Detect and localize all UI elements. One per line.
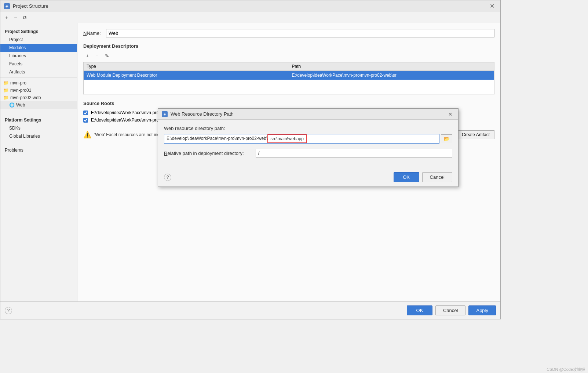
dialog-title-left: ◈ Web Resource Directory Path [162,111,234,117]
name-label: NName: [83,30,102,36]
dialog-cancel-button[interactable]: Cancel [422,172,452,182]
platform-settings-title: Platform Settings [0,116,77,124]
desc-add-button[interactable]: + [83,52,91,60]
add-button[interactable]: + [3,14,10,22]
module-tree: 📁 mvn-pro 📁 mvn-pro01 📁 mvn-pro02-web 🌐 … [0,77,77,110]
web-icon: 🌐 [9,102,15,108]
col-type: Type [84,62,289,71]
dialog-path-row: E:\develop\ideaWorkPace\mvn-pro\mvn-pro0… [164,134,452,144]
cell-type: Web Module Deployment Descriptor [84,71,289,80]
warning-icon: ⚠️ [83,131,91,139]
dialog-title-bar: ◈ Web Resource Directory Path ✕ [158,109,458,120]
apply-button[interactable]: Apply [468,305,496,315]
dialog-relative-row: Relative path in deployment directory: [164,149,452,157]
bottom-bar: ? OK Cancel Apply [0,301,500,319]
copy-button[interactable]: ⧉ [21,13,28,22]
browse-button[interactable]: 📂 [441,134,452,143]
sidebar-item-problems[interactable]: Problems [0,146,77,154]
relative-label: Relative path in deployment directory: [164,151,252,156]
sidebar-item-global-libraries[interactable]: Global Libraries [0,132,77,140]
name-row: NName: [83,29,494,37]
dialog-title: Web Resource Directory Path [171,111,234,117]
dialog-path-input-wrapper: E:\develop\ideaWorkPace\mvn-pro\mvn-pro0… [164,134,439,144]
source-root-checkbox-0[interactable] [83,111,88,115]
close-button[interactable]: ✕ [487,2,497,10]
desc-toolbar: + − ✎ [83,52,494,60]
dialog-footer-right: OK Cancel [394,172,452,182]
dialog-icon: ◈ [162,111,168,117]
create-artifact-button[interactable]: Create Artifact [457,130,494,139]
ok-button[interactable]: OK [407,305,432,315]
folder-icon: 📁 [3,88,9,93]
module-tree-item-mvn-pro02-web[interactable]: 📁 mvn-pro02-web [0,94,77,101]
desc-table: Type Path Web Module Deployment Descript… [83,62,494,95]
watermark: CSDN @Code攻城狮 [547,367,585,372]
folder-icon: 📁 [3,80,9,86]
dialog-body: Web resource directory path: E:\develop\… [158,120,458,169]
dialog: ◈ Web Resource Directory Path ✕ Web reso… [158,108,459,187]
window-title: Project Structure [13,3,48,9]
dialog-close-button[interactable]: ✕ [446,111,454,117]
dialog-help-icon[interactable]: ? [164,174,171,181]
cancel-button[interactable]: Cancel [435,305,465,315]
col-path: Path [289,62,494,71]
bottom-left: ? [5,307,404,314]
sidebar-item-artifacts[interactable]: Artifacts [0,68,77,76]
dialog-ok-button[interactable]: OK [394,172,419,182]
sidebar-item-project[interactable]: Project [0,36,77,44]
relative-path-input[interactable] [256,149,452,157]
module-tree-item-mvn-pro01[interactable]: 📁 mvn-pro01 [0,87,77,94]
remove-button[interactable]: − [12,14,19,22]
table-row[interactable]: Web Module Deployment Descriptor E:\deve… [84,71,494,80]
desc-edit-button[interactable]: ✎ [102,52,112,60]
sidebar-item-libraries[interactable]: Libraries [0,52,77,60]
path-prefix: E:\develop\ideaWorkPace\mvn-pro\mvn-pro0… [164,134,267,143]
title-bar: ◈ Project Structure ✕ [0,0,500,12]
module-tree-item-mvn-pro[interactable]: 📁 mvn-pro [0,79,77,87]
module-tree-item-web[interactable]: 🌐 Web [0,101,77,109]
title-bar-left: ◈ Project Structure [4,3,48,9]
source-root-checkbox-1[interactable] [83,118,88,123]
path-highlighted: src\main\webapp [267,134,307,143]
sidebar: Project Settings Project Modules Librari… [0,23,77,301]
sidebar-item-facets[interactable]: Facets [0,60,77,68]
desc-remove-button[interactable]: − [93,52,101,60]
table-empty-row [84,80,494,95]
deployment-descriptors-title: Deployment Descriptors [83,43,494,49]
folder-icon: 📁 [3,95,9,100]
sidebar-item-sdks[interactable]: SDKs [0,124,77,132]
source-roots-title: Source Roots [83,101,494,106]
toolbar: + − ⧉ [0,12,500,23]
project-settings-title: Project Settings [0,28,77,36]
dialog-path-label: Web resource directory path: [164,126,452,131]
help-icon[interactable]: ? [5,307,12,314]
name-input[interactable] [106,29,494,37]
sidebar-item-modules[interactable]: Modules [0,44,77,52]
app-icon: ◈ [4,3,10,9]
cell-path: E:\develop\ideaWorkPace\mvn-pro\mvn-pro0… [289,71,494,80]
dialog-footer: ? OK Cancel [158,169,458,186]
